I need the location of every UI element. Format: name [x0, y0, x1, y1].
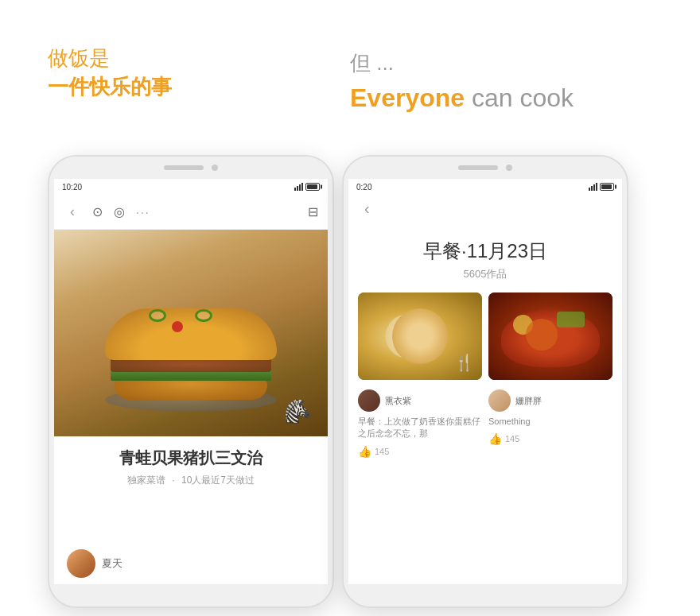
recipe-card-2[interactable]	[488, 293, 612, 380]
recipe-info: 青蛙贝果猪扒三文治 独家菜谱 · 10人最近7天做过	[54, 436, 328, 494]
avatar-2	[488, 389, 511, 412]
right-nav: ‹	[348, 195, 622, 223]
username: 夏天	[102, 556, 122, 571]
everyone-tagline: Everyone can cook	[350, 79, 574, 117]
phone-right-top-bar	[344, 157, 627, 179]
user-strip: 夏天	[67, 549, 122, 578]
status-icons-left	[294, 183, 320, 191]
username-2: 姗胖胖	[515, 395, 542, 407]
recipe-title: 青蛙贝果猪扒三文治	[67, 447, 315, 469]
but-text: 但 ...	[350, 48, 574, 79]
food-img-1: 🍴	[358, 293, 482, 380]
avatar-img	[67, 549, 95, 578]
battery-fill	[307, 184, 317, 189]
signal-bar-r4	[596, 183, 597, 191]
tagline-line1: 做饭是	[48, 44, 172, 72]
phone-left-top-bar	[49, 157, 332, 179]
like-count-1: 145	[375, 447, 389, 456]
status-icons-right	[589, 183, 614, 191]
recipe-grid: 🍴	[348, 286, 622, 386]
everyone-highlight: Everyone	[350, 83, 465, 112]
tomato	[172, 321, 183, 332]
garnish-soup	[557, 312, 585, 327]
signal-bar-r2	[591, 186, 593, 191]
username-1: 熏衣紫	[385, 395, 411, 407]
phone-right-screen: 0:20 ‹ 早餐·11月23	[348, 179, 622, 584]
wechat-icon[interactable]: ◎	[114, 204, 125, 219]
like-icon-1[interactable]: 👍	[358, 445, 371, 458]
like-count-2: 145	[505, 434, 519, 444]
phone-right-frame: 0:20 ‹ 早餐·11月23	[342, 155, 628, 608]
food-image: 🦓	[54, 230, 328, 436]
comment-text-2: Something	[488, 416, 612, 428]
phone-left-bottom-bar	[49, 584, 332, 606]
egg-circle	[386, 315, 430, 358]
phone-camera	[212, 165, 218, 171]
signal-bar-r3	[593, 184, 595, 191]
time-left: 10:20	[62, 183, 82, 192]
like-row-2: 👍 145	[488, 432, 612, 445]
signal-bar-3	[299, 184, 301, 191]
time-right: 0:20	[356, 183, 371, 192]
phone-left-screen: 10:20 ‹ ⊙ ◎ ···	[54, 179, 328, 584]
comment-cards: 熏衣紫 早餐：上次做了奶香迷你蛋糕仔之后念念不忘，那 👍 145 姗胖胖 Som…	[348, 386, 622, 464]
battery-icon-right	[600, 183, 614, 191]
egg-in-soup	[513, 315, 533, 335]
bun-bottom	[115, 378, 268, 400]
user-avatar	[67, 549, 95, 578]
food-img-2	[488, 293, 612, 380]
signal-bar-4	[301, 183, 303, 191]
phone-left: 10:20 ‹ ⊙ ◎ ···	[48, 155, 334, 608]
nav-bar-left: ‹ ⊙ ◎ ··· ⊟	[54, 195, 328, 230]
avatar-1	[358, 389, 380, 412]
plate-area	[95, 250, 287, 416]
recipe-card-1[interactable]: 🍴	[358, 293, 482, 380]
bun-top	[105, 308, 278, 360]
like-row-1: 👍 145	[358, 445, 482, 458]
comment-text-1: 早餐：上次做了奶香迷你蛋糕仔之后念念不忘，那	[358, 416, 482, 440]
comment-user-2: 姗胖胖	[488, 389, 612, 412]
status-bar-left: 10:20	[54, 179, 328, 195]
phone-right-bottom-bar	[344, 584, 627, 606]
back-icon[interactable]: ‹	[64, 200, 81, 223]
signal-bar-1	[294, 188, 296, 191]
header-right: 但 ... Everyone can cook	[350, 48, 574, 117]
signal-icon	[294, 183, 303, 191]
football-icon[interactable]: ⊙	[92, 204, 103, 219]
comment-user-1: 熏衣紫	[358, 389, 482, 412]
yolk	[399, 324, 415, 340]
meal-date: 早餐·11月23日	[361, 238, 609, 264]
battery-fill-right	[601, 184, 612, 189]
signal-icon-right	[589, 183, 597, 191]
garnish-2	[195, 309, 212, 322]
phone-right: 0:20 ‹ 早餐·11月23	[342, 155, 628, 608]
phone-speaker	[164, 165, 204, 170]
works-count: 5605作品	[361, 267, 609, 281]
recipe-subtitle: 独家菜谱 · 10人最近7天做过	[67, 474, 315, 487]
battery-icon	[305, 183, 320, 191]
signal-bar-2	[297, 186, 298, 191]
comment-card-2: 姗胖胖 Something 👍 145	[488, 389, 612, 458]
header-left: 做饭是 一件快乐的事	[48, 44, 172, 102]
zebra-decoration: 🦓	[284, 398, 312, 424]
garnish-1	[149, 309, 166, 322]
phone-right-speaker	[458, 165, 498, 170]
like-icon-2[interactable]: 👍	[488, 432, 502, 445]
phone-left-frame: 10:20 ‹ ⊙ ◎ ···	[48, 155, 334, 608]
signal-bar-r1	[589, 188, 590, 191]
bag-icon[interactable]: ⊟	[308, 204, 318, 219]
phone-right-camera	[506, 165, 512, 171]
tagline-line2: 一件快乐的事	[48, 72, 172, 101]
status-bar-right: 0:20	[348, 179, 622, 195]
back-icon-right[interactable]: ‹	[358, 196, 376, 220]
fork-decoration: 🍴	[454, 353, 474, 372]
meal-header: 早餐·11月23日 5605作品	[348, 223, 622, 286]
more-icon[interactable]: ···	[136, 206, 150, 219]
comment-card-1: 熏衣紫 早餐：上次做了奶香迷你蛋糕仔之后念念不忘，那 👍 145	[358, 389, 482, 458]
